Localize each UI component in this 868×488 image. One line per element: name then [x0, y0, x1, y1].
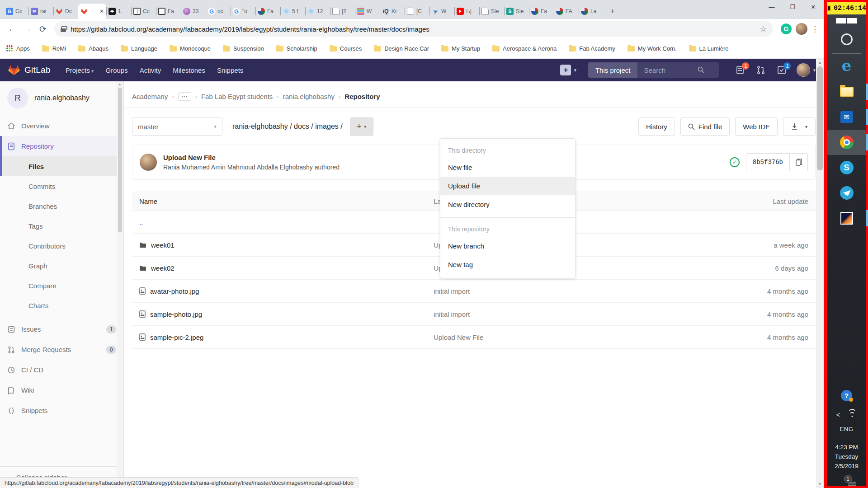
- sidebar-item-cicd[interactable]: CI / CD: [0, 360, 123, 380]
- copy-sha-button[interactable]: [789, 154, 807, 171]
- browser-tab[interactable]: GGc: [4, 4, 28, 19]
- browser-tab[interactable]: Dc: [53, 4, 78, 19]
- page-scrollbar[interactable]: ▲ ▼: [816, 59, 824, 488]
- scroll-down-icon[interactable]: ▼: [816, 480, 824, 488]
- find-file-button[interactable]: Find file: [680, 117, 730, 136]
- breadcrumb-group[interactable]: Fab Lab Egypt students: [201, 93, 273, 100]
- table-row[interactable]: sample-pic-2.jpeg Upload New File 4 mont…: [132, 326, 816, 349]
- sidebar-item-tags[interactable]: Tags: [0, 216, 123, 236]
- bookmark-folder[interactable]: ReMi: [42, 45, 66, 52]
- stop-recording-icon[interactable]: [827, 5, 831, 11]
- sidebar-item-files[interactable]: Files: [0, 156, 123, 176]
- back-button[interactable]: ←: [5, 21, 20, 37]
- nav-groups[interactable]: Groups: [106, 66, 128, 74]
- taskbar-file-explorer[interactable]: [827, 79, 866, 104]
- new-tab-button[interactable]: +: [606, 5, 619, 18]
- nav-snippets[interactable]: Snippets: [217, 66, 243, 74]
- address-bar[interactable]: https://gitlab.fabcloud.org/academany/fa…: [54, 21, 773, 37]
- browser-tab[interactable]: 12: [305, 4, 330, 19]
- sidebar-item-merge-requests[interactable]: Merge Requests 0: [0, 339, 123, 360]
- browser-tab[interactable]: SSie: [504, 4, 529, 19]
- taskbar-chrome[interactable]: [827, 130, 866, 155]
- gitlab-brand[interactable]: GitLab: [8, 65, 51, 75]
- breadcrumb-ellipsis[interactable]: ⋯: [178, 92, 191, 101]
- menu-item-new-tag[interactable]: New tag: [440, 255, 575, 274]
- commit-message-link[interactable]: initial import: [434, 310, 727, 318]
- sidebar-item-graph[interactable]: Graph: [0, 256, 123, 276]
- apps-shortcut[interactable]: Apps: [6, 45, 30, 52]
- taskbar-edge[interactable]: e: [827, 54, 866, 79]
- browser-tab[interactable]: iQKr: [380, 4, 405, 19]
- maximize-button[interactable]: ❐: [782, 0, 803, 14]
- browser-tab[interactable]: Cc: [131, 4, 156, 19]
- browser-tab[interactable]: La: [579, 4, 604, 19]
- browser-tab[interactable]: Fa: [156, 4, 181, 19]
- scrollbar-thumb[interactable]: [817, 66, 823, 170]
- browser-tab[interactable]: إذا: [454, 4, 479, 19]
- search-scope-badge[interactable]: This project: [588, 62, 638, 78]
- search-input[interactable]: [637, 62, 719, 78]
- project-context[interactable]: R rania.elghobashy: [0, 81, 123, 116]
- taskbar-clock[interactable]: 4:23 PM Tuesday 2/5/2019: [835, 442, 859, 471]
- forward-button[interactable]: →: [20, 21, 35, 37]
- browser-tab[interactable]: ✉rai: [28, 4, 53, 19]
- taskbar-skype[interactable]: S: [827, 155, 866, 180]
- sidebar-item-snippets[interactable]: Snippets: [0, 400, 123, 421]
- add-to-tree-button[interactable]: +▾: [350, 117, 373, 136]
- user-avatar[interactable]: [797, 63, 810, 77]
- branch-selector[interactable]: master▾: [132, 117, 222, 136]
- sidebar-item-compare[interactable]: Compare: [0, 276, 123, 296]
- new-menu-button[interactable]: +▾: [560, 65, 576, 75]
- bookmark-folder[interactable]: Scholarship: [276, 45, 317, 52]
- taskbar-help[interactable]: ?: [827, 386, 866, 404]
- reload-button[interactable]: ⟳: [35, 21, 51, 37]
- todos-icon[interactable]: 1: [777, 66, 786, 75]
- browser-tab[interactable]: W: [355, 4, 380, 19]
- browser-tab[interactable]: Fa: [529, 4, 554, 19]
- commit-message-link[interactable]: Upload New File: [434, 333, 727, 341]
- bookmark-star-icon[interactable]: ☆: [760, 24, 767, 34]
- browser-tab[interactable]: Fa: [255, 4, 280, 19]
- commit-author-avatar[interactable]: [140, 154, 157, 171]
- scrollbar-thumb[interactable]: [118, 88, 122, 232]
- browser-tab-active[interactable]: ✕: [78, 4, 106, 19]
- bookmark-folder[interactable]: Monocoque: [170, 45, 211, 52]
- sidebar-item-charts[interactable]: Charts: [0, 296, 123, 315]
- merge-requests-icon[interactable]: [756, 66, 765, 75]
- browser-menu-icon[interactable]: ⋮: [811, 24, 819, 34]
- scroll-up-icon[interactable]: ▲: [816, 59, 824, 66]
- table-row[interactable]: sample-photo.jpg initial import 4 months…: [132, 303, 816, 326]
- bookmark-folder[interactable]: My Work Com.: [627, 45, 677, 52]
- bookmark-folder[interactable]: Language: [121, 45, 157, 52]
- recorder-window-buttons[interactable]: [836, 18, 857, 23]
- hidden-icons-chevron[interactable]: <: [836, 411, 840, 418]
- nav-projects[interactable]: Projects▾: [66, 66, 94, 74]
- menu-item-new-directory[interactable]: New directory: [440, 195, 575, 214]
- history-button[interactable]: History: [638, 117, 675, 136]
- menu-item-new-file[interactable]: New file: [440, 158, 575, 177]
- browser-tab[interactable]: 1.: [106, 4, 131, 19]
- taskbar-photos[interactable]: [827, 206, 866, 231]
- bookmark-folder[interactable]: La Lumière: [689, 45, 729, 52]
- browser-tab[interactable]: G"o: [231, 4, 255, 19]
- browser-tab[interactable]: Sie: [479, 4, 504, 19]
- download-source-button[interactable]: ▾: [783, 117, 816, 136]
- language-indicator[interactable]: ENG: [840, 426, 854, 432]
- pipeline-passed-icon[interactable]: ✓: [730, 157, 740, 167]
- nav-activity[interactable]: Activity: [140, 66, 161, 74]
- commit-title[interactable]: Upload New File: [163, 154, 340, 161]
- bookmark-folder[interactable]: Aerospace & Aerona: [492, 45, 557, 52]
- breadcrumb-project[interactable]: rania.elghobashy: [283, 93, 335, 100]
- url-text[interactable]: https://gitlab.fabcloud.org/academany/fa…: [71, 25, 760, 33]
- browser-tab[interactable]: FA: [554, 4, 579, 19]
- cortana-icon[interactable]: [841, 33, 853, 45]
- commit-sha[interactable]: 8b5f376b: [746, 159, 789, 166]
- bookmark-folder[interactable]: Fab Academy: [569, 45, 615, 52]
- menu-item-new-branch[interactable]: New branch: [440, 237, 575, 255]
- repo-path[interactable]: rania-elghobashy / docs / images /: [232, 122, 343, 131]
- sidebar-item-issues[interactable]: Issues 1: [0, 319, 123, 339]
- commit-message-link[interactable]: initial import: [434, 287, 727, 295]
- bookmark-folder[interactable]: Courses: [330, 45, 362, 52]
- browser-profile-avatar[interactable]: [796, 23, 807, 35]
- nav-milestones[interactable]: Milestones: [173, 66, 205, 74]
